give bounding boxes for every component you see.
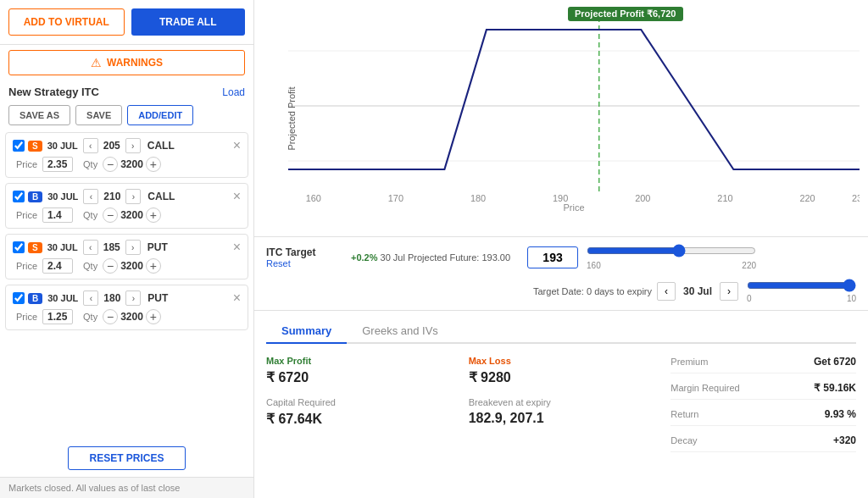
reset-btn-container: RESET PRICES bbox=[0, 440, 253, 477]
right-stat-row-0: Premium Get 6720 bbox=[670, 356, 856, 374]
option-checkbox-1[interactable] bbox=[13, 191, 25, 202]
tab-summary[interactable]: Summary bbox=[266, 319, 347, 344]
svg-text:230: 230 bbox=[852, 193, 860, 203]
qty-minus-btn-1[interactable]: − bbox=[103, 208, 118, 223]
capital-required-block: Capital Required ₹ 67.64K bbox=[266, 397, 452, 427]
right-stat-row-3: Decay +320 bbox=[670, 434, 856, 452]
qty-plus-btn-3[interactable]: + bbox=[146, 309, 161, 324]
right-stat-label-1: Margin Required bbox=[670, 383, 739, 393]
strike-up-btn-0[interactable]: › bbox=[125, 138, 141, 153]
strike-control-3: ‹ 180 › bbox=[83, 290, 141, 306]
strike-up-btn-1[interactable]: › bbox=[125, 189, 141, 204]
qty-controls-1: − 3200 + bbox=[103, 208, 161, 223]
option-date-0: 30 JUL bbox=[47, 141, 78, 151]
option-close-btn-2[interactable]: × bbox=[233, 241, 241, 254]
qty-minus-btn-2[interactable]: − bbox=[103, 258, 118, 274]
right-stat-label-0: Premium bbox=[670, 357, 708, 367]
option-date-1: 30 JUL bbox=[47, 191, 78, 202]
save-as-button[interactable]: SAVE AS bbox=[8, 105, 70, 125]
option-close-btn-0[interactable]: × bbox=[233, 139, 241, 152]
svg-text:220: 220 bbox=[799, 193, 815, 203]
svg-text:170: 170 bbox=[388, 193, 403, 203]
profit-chart: 160 170 180 190 200 210 220 230 5000 0 −… bbox=[288, 8, 860, 203]
right-stat-value-1: ₹ 59.16K bbox=[814, 382, 856, 394]
date-slider-block: 0 10 bbox=[747, 279, 856, 303]
option-close-btn-3[interactable]: × bbox=[233, 291, 241, 305]
strike-down-btn-0[interactable]: ‹ bbox=[83, 138, 98, 153]
qty-controls-0: − 3200 + bbox=[103, 157, 161, 172]
qty-val-0: 3200 bbox=[120, 158, 143, 170]
qty-plus-btn-1[interactable]: + bbox=[146, 208, 161, 223]
option-type-badge-0: S bbox=[28, 141, 42, 152]
qty-plus-btn-2[interactable]: + bbox=[146, 258, 161, 274]
qty-controls-2: − 3200 + bbox=[103, 258, 161, 274]
date-slider-min-label: 0 bbox=[747, 294, 752, 303]
add-edit-button[interactable]: ADD/EDIT bbox=[127, 105, 193, 125]
tab-greeks-and-ivs[interactable]: Greeks and IVs bbox=[347, 319, 453, 344]
svg-text:200: 200 bbox=[635, 193, 650, 203]
projected-future-block: +0.2% 30 Jul Projected Future: 193.00 bbox=[351, 252, 510, 263]
strike-down-btn-2[interactable]: ‹ bbox=[83, 240, 98, 255]
right-stats-col: Premium Get 6720 Margin Required ₹ 59.16… bbox=[670, 356, 856, 452]
save-button[interactable]: SAVE bbox=[75, 105, 122, 125]
breakeven-block: Breakeven at expiry 182.9, 207.1 bbox=[469, 397, 654, 426]
option-checkbox-0[interactable] bbox=[13, 140, 25, 152]
strike-control-2: ‹ 185 › bbox=[83, 240, 141, 255]
price-val-0[interactable]: 2.35 bbox=[42, 157, 73, 172]
warnings-bar[interactable]: ⚠ WARNINGS bbox=[8, 50, 245, 75]
right-panel: Projected Profit Projected Profit ₹6,720… bbox=[254, 0, 868, 498]
strike-down-btn-3[interactable]: ‹ bbox=[83, 290, 98, 306]
top-buttons-row: ADD TO VIRTUAL TRADE ALL bbox=[0, 0, 253, 45]
date-value: 30 Jul bbox=[679, 285, 716, 297]
option-close-btn-1[interactable]: × bbox=[233, 190, 241, 203]
reset-prices-button[interactable]: RESET PRICES bbox=[68, 446, 185, 470]
date-prev-button[interactable]: ‹ bbox=[657, 282, 676, 301]
target-slider-block: 160 220 bbox=[587, 244, 756, 270]
qty-controls-3: − 3200 + bbox=[103, 309, 161, 324]
target-row: ITC Target Reset +0.2% 30 Jul Projected … bbox=[254, 237, 868, 311]
price-val-2[interactable]: 2.4 bbox=[42, 258, 73, 274]
trade-all-button[interactable]: TRADE ALL bbox=[131, 8, 246, 36]
option-row: B 30 JUL ‹ 210 › CALL × Price 1.4 Qty − … bbox=[5, 183, 248, 229]
strike-val-0: 205 bbox=[100, 140, 124, 152]
price-label-2: Price bbox=[16, 261, 37, 271]
summary-col-1: Max Profit ₹ 6720 Capital Required ₹ 67.… bbox=[266, 356, 452, 452]
strike-up-btn-2[interactable]: › bbox=[125, 240, 141, 255]
projected-change: +0.2% bbox=[351, 252, 378, 263]
strike-val-2: 185 bbox=[100, 241, 124, 253]
max-loss-value: ₹ 9280 bbox=[469, 369, 654, 385]
option-checkbox-3[interactable] bbox=[13, 292, 25, 304]
qty-minus-btn-0[interactable]: − bbox=[103, 157, 118, 172]
option-row: B 30 JUL ‹ 180 › PUT × Price 1.25 Qty − … bbox=[5, 285, 248, 330]
qty-val-2: 3200 bbox=[120, 260, 143, 272]
breakeven-value: 182.9, 207.1 bbox=[469, 411, 654, 426]
target-date-block: Target Date: 0 days to expiry ‹ 30 Jul › bbox=[533, 282, 738, 301]
date-nav: ‹ 30 Jul › bbox=[657, 282, 738, 301]
option-row: S 30 JUL ‹ 185 › PUT × Price 2.4 Qty − 3… bbox=[5, 234, 248, 279]
add-to-virtual-button[interactable]: ADD TO VIRTUAL bbox=[8, 8, 125, 36]
date-next-button[interactable]: › bbox=[720, 282, 738, 301]
tabs-row: SummaryGreeks and IVs bbox=[266, 319, 856, 344]
right-stat-label-2: Return bbox=[670, 409, 698, 419]
qty-minus-btn-3[interactable]: − bbox=[103, 309, 118, 324]
target-slider[interactable] bbox=[587, 244, 756, 257]
strike-down-btn-1[interactable]: ‹ bbox=[83, 189, 98, 204]
price-val-1[interactable]: 1.4 bbox=[42, 208, 73, 223]
qty-label-0: Qty bbox=[83, 159, 97, 169]
target-value-input[interactable] bbox=[527, 246, 578, 268]
price-val-3[interactable]: 1.25 bbox=[42, 309, 73, 324]
strike-up-btn-3[interactable]: › bbox=[125, 290, 141, 306]
right-stat-value-2: 9.93 % bbox=[825, 408, 856, 420]
strike-control-1: ‹ 210 › bbox=[83, 189, 141, 204]
option-checkbox-2[interactable] bbox=[13, 241, 25, 253]
warnings-label: WARNINGS bbox=[107, 57, 163, 69]
load-link[interactable]: Load bbox=[222, 86, 245, 98]
date-slider[interactable] bbox=[747, 279, 856, 292]
warning-icon: ⚠ bbox=[91, 56, 102, 69]
qty-plus-btn-0[interactable]: + bbox=[146, 157, 161, 172]
projected-profit-badge: Projected Profit ₹6,720 bbox=[568, 7, 683, 21]
itc-reset-link[interactable]: Reset bbox=[266, 258, 334, 268]
max-profit-label: Max Profit bbox=[266, 356, 452, 366]
target-date-label: Target Date: 0 days to expiry bbox=[533, 286, 652, 296]
strike-val-1: 210 bbox=[100, 191, 124, 202]
